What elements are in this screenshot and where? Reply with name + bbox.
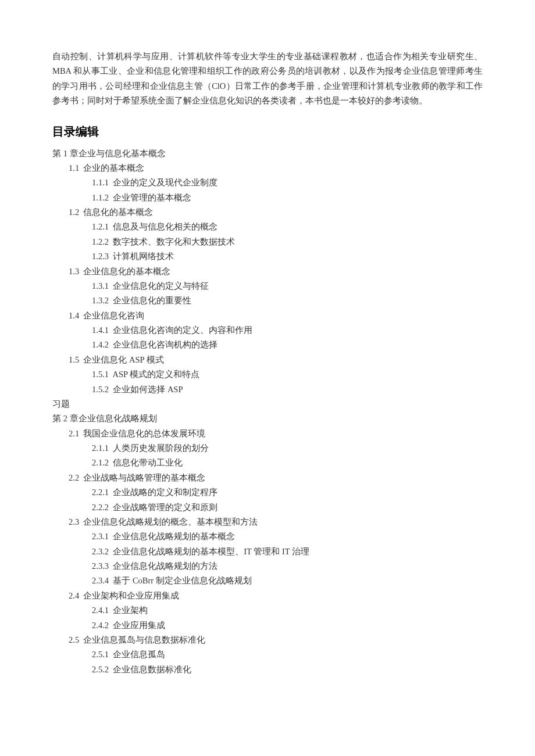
toc-entry: 2.1.1 人类历史发展阶段的划分 (92, 441, 483, 456)
toc-entry: 第 1 章企业与信息化基本概念 (52, 146, 483, 161)
toc-entry: 1.4.1 企业信息化咨询的定义、内容和作用 (92, 323, 483, 338)
toc-entry: 1.3.1 企业信息化的定义与特征 (92, 279, 483, 293)
toc-entry: 1.1 企业的基本概念 (69, 161, 483, 175)
toc-entry: 2.5.2 企业信息数据标准化 (92, 662, 483, 677)
toc-entry: 1.2 信息化的基本概念 (69, 205, 483, 220)
toc-entry: 2.1 我国企业信息化的总体发展环境 (69, 427, 483, 441)
toc-entry: 2.3.4 基于 CoBrr 制定企业信息化战略规划 (92, 574, 483, 588)
intro-paragraph: 自动控制、计算机科学与应用、计算机软件等专业大学生的专业基础课程教材，也适合作为… (52, 49, 483, 109)
toc-entry: 1.1.2 企业管理的基本概念 (92, 191, 483, 205)
table-of-contents: 第 1 章企业与信息化基本概念1.1 企业的基本概念1.1.1 企业的定义及现代… (52, 146, 483, 678)
toc-entry: 1.5.2 企业如何选择 ASP (92, 382, 483, 397)
toc-entry: 2.3.1 企业信息化战略规划的基本概念 (92, 529, 483, 544)
toc-heading: 目录编辑 (52, 121, 483, 142)
toc-entry: 2.3.3 企业信息化战略规划的方法 (92, 559, 483, 574)
toc-entry: 1.4 企业信息化咨询 (69, 309, 483, 323)
toc-entry: 2.2.1 企业战略的定义和制定程序 (92, 485, 483, 500)
toc-entry: 1.3 企业信息化的基本概念 (69, 264, 483, 279)
toc-entry: 2.5.1 企业信息孤岛 (92, 647, 483, 662)
toc-entry: 1.1.1 企业的定义及现代企业制度 (92, 175, 483, 190)
toc-entry: 2.4.2 企业应用集成 (92, 618, 483, 633)
toc-entry: 2.3 企业信息化战略规划的概念、基本模型和方法 (69, 515, 483, 529)
toc-entry: 1.4.2 企业信息化咨询机构的选择 (92, 338, 483, 352)
toc-entry: 第 2 章企业信息化战略规划 (52, 411, 483, 426)
toc-entry: 2.4 企业架构和企业应用集成 (69, 589, 483, 603)
toc-entry: 1.3.2 企业信息化的重要性 (92, 293, 483, 308)
toc-entry: 1.2.1 信息及与信息化相关的概念 (92, 220, 483, 234)
toc-entry: 2.1.2 信息化带动工业化 (92, 456, 483, 470)
toc-entry: 2.2.2 企业战略管理的定义和原则 (92, 500, 483, 515)
toc-entry: 2.5 企业信息孤岛与信息数据标准化 (69, 633, 483, 647)
toc-entry: 1.5 企业信息化 ASP 模式 (69, 353, 483, 367)
toc-entry: 1.2.3 计算机网络技术 (92, 249, 483, 264)
toc-entry: 习题 (52, 397, 483, 411)
toc-entry: 2.2 企业战略与战略管理的基本概念 (69, 471, 483, 485)
toc-entry: 1.2.2 数字技术、数字化和大数据技术 (92, 235, 483, 249)
toc-entry: 2.4.1 企业架构 (92, 603, 483, 618)
toc-entry: 1.5.1 ASP 模式的定义和特点 (92, 367, 483, 382)
toc-entry: 2.3.2 企业信息化战略规划的基本模型、IT 管理和 IT 治理 (92, 544, 483, 559)
